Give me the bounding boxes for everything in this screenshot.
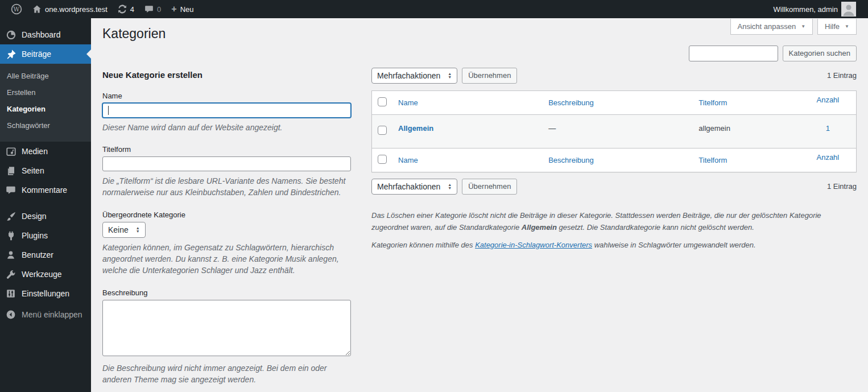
select-stepper-icon: ▲▼ [136,226,140,233]
pushpin-icon [5,48,16,60]
search-input[interactable] [689,46,778,61]
sort-by-name-header[interactable]: Name [398,98,418,107]
sidebar-item-seiten[interactable]: Seiten [0,161,91,180]
site-name-menu[interactable]: one.wordpress.test [27,0,113,18]
avatar [841,2,856,16]
screen-options-toggle[interactable]: Ansicht anpassen ▼ [730,19,813,35]
admin-bar: W one.wordpress.test 4 0 + Neu W [0,0,868,18]
search-categories-button[interactable]: Kategorien suchen [783,46,857,61]
pages-icon [5,165,16,176]
tablenav-bottom: Mehrfachaktionen ▲▼ Übernehmen 1 Eintrag [371,179,857,195]
sort-by-count-header[interactable]: Anzahl [816,96,839,104]
sort-by-description-footer[interactable]: Beschreibung [548,156,594,164]
item-count-bottom: 1 Eintrag [827,182,857,191]
updates-menu[interactable]: 4 [113,0,139,18]
select-all-checkbox-footer[interactable] [378,155,387,164]
submenu-item-alle-beitraege[interactable]: Alle Beiträge [0,68,91,84]
sidebar-item-label: Beiträge [22,49,51,59]
category-name-input[interactable] [102,103,351,118]
comment-icon [5,184,16,196]
brush-icon [5,211,16,222]
submenu-item-schlagwoerter[interactable]: Schlagwörter [0,117,91,134]
table-footer-row: Name Beschreibung Titelform Anzahl [372,148,857,172]
wordpress-logo-icon: W [11,3,22,15]
sort-by-description-header[interactable]: Beschreibung [548,98,594,107]
sort-by-count-footer[interactable]: Anzahl [816,153,839,162]
comments-menu[interactable]: 0 [139,0,166,18]
comment-count: 0 [157,5,161,14]
category-post-count-link[interactable]: 1 [826,124,830,133]
category-description-textarea[interactable] [102,300,351,356]
parent-category-select[interactable]: Keine ▲▼ [102,222,146,238]
submenu-item-erstellen[interactable]: Erstellen [0,84,91,101]
new-content-menu[interactable]: + Neu [166,0,199,18]
row-checkbox[interactable] [378,126,387,135]
posts-submenu: Alle Beiträge Erstellen Kategorien Schla… [0,64,91,142]
user-icon [5,249,16,261]
admin-sidebar: Dashboard Beiträge Alle Beiträge Erstell… [0,18,91,392]
sidebar-item-label: Dashboard [22,30,61,39]
parent-category-selected: Keine [108,225,129,234]
sort-by-slug-header[interactable]: Titelform [698,98,727,107]
sidebar-item-label: Benutzer [22,250,53,259]
sidebar-item-werkzeuge[interactable]: Werkzeuge [0,265,91,284]
bulk-actions-selected: Mehrfachaktionen [377,71,440,80]
sidebar-item-kommentare[interactable]: Kommentare [0,180,91,200]
sidebar-item-plugins[interactable]: Plugins [0,226,91,245]
form-title: Neue Kategorie erstellen [102,70,351,80]
select-stepper-icon: ▲▼ [448,72,452,79]
sort-by-name-footer[interactable]: Name [398,156,418,164]
sidebar-item-dashboard[interactable]: Dashboard [0,25,91,44]
name-help: Dieser Name wird dann auf der Website an… [102,122,351,133]
category-slug-value: allgemein [698,124,730,133]
sidebar-item-label: Kommentare [22,185,67,195]
category-to-tag-converter-link[interactable]: Kategorie-in-Schlagwort-Konverters [475,241,592,249]
search-box: Kategorien suchen [102,45,857,62]
wrench-icon [5,269,16,280]
apply-button-bottom[interactable]: Übernehmen [462,179,517,195]
bulk-actions-selected: Mehrfachaktionen [377,182,440,191]
sidebar-item-design[interactable]: Design [0,207,91,226]
collapse-menu-button[interactable]: Menü einklappen [0,305,91,324]
admin-bar-left: W one.wordpress.test 4 0 + Neu [0,0,199,18]
delete-note: Das Löschen einer Kategorie löscht nicht… [371,209,857,234]
table-row: Allgemein — allgemein 1 [372,114,857,148]
greeting-text: Willkommen, admin [774,5,838,14]
category-description-value: — [548,124,556,133]
new-label: Neu [180,5,194,14]
category-slug-input[interactable] [102,156,351,171]
help-toggle[interactable]: Hilfe ▼ [817,19,857,35]
screen-meta: Ansicht anpassen ▼ Hilfe ▼ [730,19,857,35]
sidebar-item-einstellungen[interactable]: Einstellungen [0,284,91,303]
sidebar-item-label: Werkzeuge [22,270,62,279]
bulk-actions-select-bottom[interactable]: Mehrfachaktionen ▲▼ [371,179,457,195]
categories-table: Name Beschreibung Titelform Anzahl Allge… [371,90,857,172]
sidebar-item-label: Menü einklappen [22,310,82,319]
my-account-menu[interactable]: Willkommen, admin [768,0,861,18]
sidebar-item-medien[interactable]: Medien [0,142,91,161]
bulk-actions-select-top[interactable]: Mehrfachaktionen ▲▼ [371,68,457,84]
sidebar-item-benutzer[interactable]: Benutzer [0,245,91,265]
apply-button-top[interactable]: Übernehmen [462,68,517,84]
parent-category-label: Übergeordnete Kategorie [102,211,351,219]
category-name-link[interactable]: Allgemein [398,124,433,133]
sidebar-item-label: Medien [22,147,48,156]
categories-list: Mehrfachaktionen ▲▼ Übernehmen 1 Eintrag… [371,68,857,256]
home-icon [32,5,42,14]
submenu-item-kategorien[interactable]: Kategorien [0,101,91,117]
sort-by-slug-footer[interactable]: Titelform [698,156,727,164]
sidebar-item-label: Einstellungen [22,289,69,298]
tablenav-top: Mehrfachaktionen ▲▼ Übernehmen 1 Eintrag [371,68,857,84]
parent-category-help: Kategorien können, im Gegensatz zu Schla… [102,242,351,277]
wordpress-logo-menu[interactable]: W [6,0,27,18]
plug-icon [5,230,16,241]
svg-text:W: W [14,6,20,13]
sidebar-item-beitraege[interactable]: Beiträge [0,44,91,64]
name-label: Name [102,92,351,100]
default-category-name: Allgemein [522,223,557,232]
sidebar-item-label: Design [22,212,47,221]
collapse-arrow-icon [5,309,16,320]
item-count-top: 1 Eintrag [827,71,857,80]
add-category-form: Neue Kategorie erstellen Name Dieser Nam… [102,68,351,392]
select-all-checkbox[interactable] [378,97,387,106]
